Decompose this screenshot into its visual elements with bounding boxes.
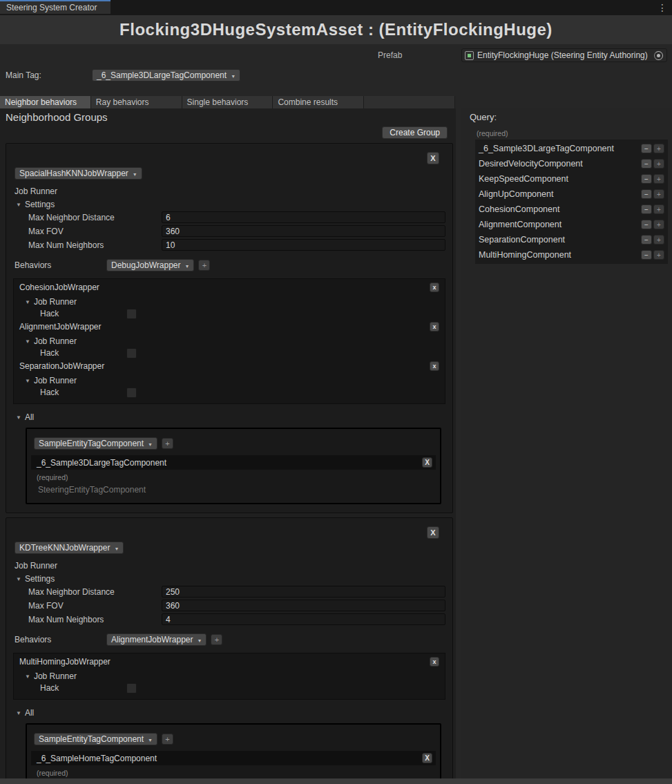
max-num-neighbors-label: Max Num Neighbors xyxy=(28,615,162,624)
add-behavior-button[interactable]: + xyxy=(198,260,210,271)
remove-component-button[interactable]: − xyxy=(641,204,652,214)
window-tab-bar: Steering System Creator ⋮ xyxy=(0,0,672,15)
add-component-button[interactable]: + xyxy=(653,174,664,184)
add-component-button[interactable]: + xyxy=(653,159,664,169)
panel-heading: Neighborhood Groups xyxy=(0,108,456,124)
hack-checkbox[interactable] xyxy=(126,348,137,358)
query-component-name: MultiHomingComponent xyxy=(479,250,571,260)
max-neighbor-distance-input[interactable]: 6 xyxy=(162,211,445,223)
remove-behavior-button[interactable]: x xyxy=(430,657,439,667)
main-tag-dropdown[interactable]: _6_Sample3DLargeTagComponent ▼ xyxy=(92,69,240,82)
query-component-row: KeepSpeedComponent − + xyxy=(475,171,668,187)
object-picker-icon[interactable] xyxy=(654,51,663,60)
remove-behavior-button[interactable]: x xyxy=(430,283,439,292)
tab-neighbor-behaviors[interactable]: Neighbor behaviors xyxy=(0,96,90,108)
max-fov-input[interactable]: 360 xyxy=(162,225,445,237)
query-component-row: CohesionComponent − + xyxy=(475,202,668,217)
max-neighbor-distance-input[interactable]: 250 xyxy=(162,586,445,597)
max-num-neighbors-input[interactable]: 10 xyxy=(162,239,445,251)
add-behavior-button[interactable]: + xyxy=(211,634,222,645)
all-foldout[interactable]: ▼ All xyxy=(16,412,447,422)
kebab-menu-icon[interactable]: ⋮ xyxy=(657,1,667,14)
job-runner-foldout[interactable]: ▼ Job Runner xyxy=(25,336,439,346)
remove-component-button[interactable]: − xyxy=(641,189,652,199)
prefab-row: Prefab EntityFlockingHuge (Steering Enti… xyxy=(0,48,672,62)
prefab-label: Prefab xyxy=(378,50,402,60)
remove-group-button[interactable]: X xyxy=(427,526,439,539)
query-required-label: (required) xyxy=(461,122,672,140)
remove-component-button[interactable]: − xyxy=(641,174,652,184)
max-fov-input[interactable]: 360 xyxy=(162,600,445,611)
max-neighbor-distance-label: Max Neighbor Distance xyxy=(28,587,162,597)
job-runner-label: Job Runner xyxy=(15,187,447,196)
all-foldout[interactable]: ▼ All xyxy=(16,708,447,718)
remove-component-button[interactable]: − xyxy=(641,235,652,245)
window-bottom-edge xyxy=(0,778,672,784)
remove-behavior-button[interactable]: x xyxy=(430,322,439,332)
hack-checkbox[interactable] xyxy=(126,683,137,694)
knn-wrapper-dropdown-value: KDTreeKNNJobWrapper xyxy=(19,543,110,553)
query-component-name: CohesionComponent xyxy=(479,204,559,214)
remove-behavior-button[interactable]: x xyxy=(430,361,439,371)
add-component-button[interactable]: + xyxy=(653,189,664,199)
add-component-button[interactable]: + xyxy=(653,144,664,153)
create-group-button[interactable]: Create Group xyxy=(382,126,448,139)
knn-wrapper-dropdown[interactable]: KDTreeKNNJobWrapper ▼ xyxy=(15,542,124,554)
hack-checkbox[interactable] xyxy=(126,309,137,319)
settings-foldout[interactable]: ▼ Settings xyxy=(16,574,447,584)
add-component-button[interactable]: + xyxy=(653,204,664,214)
behavior-name: AlignmentJobWrapper xyxy=(19,322,102,332)
job-runner-foldout-label: Job Runner xyxy=(34,297,77,307)
max-num-neighbors-input[interactable]: 4 xyxy=(162,613,445,625)
main-tag-row: Main Tag: _6_Sample3DLargeTagComponent ▼ xyxy=(0,69,672,82)
query-component-name: AlignmentComponent xyxy=(479,220,561,229)
behavior-item: SeparationJobWrapper x xyxy=(19,360,439,372)
tab-combine-results[interactable]: Combine results xyxy=(273,96,363,108)
prefab-object-field[interactable]: EntityFlockingHuge (Steering Entity Auth… xyxy=(461,48,667,62)
main-tag-dropdown-value: _6_Sample3DLargeTagComponent xyxy=(97,70,227,80)
remove-group-button[interactable]: X xyxy=(427,152,439,164)
job-runner-foldout[interactable]: ▼ Job Runner xyxy=(25,297,439,307)
add-tag-button[interactable]: + xyxy=(162,734,173,745)
add-component-button[interactable]: + xyxy=(653,220,664,229)
job-runner-label: Job Runner xyxy=(15,561,447,571)
required-component: SteeringEntityTagComponent xyxy=(38,485,436,495)
behavior-type-dropdown-value: DebugJobWrapper xyxy=(111,260,181,270)
remove-tag-button[interactable]: X xyxy=(422,457,432,468)
remove-component-button[interactable]: − xyxy=(641,144,652,153)
hack-label: Hack xyxy=(40,388,126,397)
foldout-arrow-icon: ▼ xyxy=(25,338,30,345)
window-tab-steering-system-creator[interactable]: Steering System Creator xyxy=(0,0,111,14)
query-component-name: AlignUpComponent xyxy=(479,189,553,199)
remove-component-button[interactable]: − xyxy=(641,159,652,169)
tag-component-dropdown[interactable]: SampleEntityTagComponent ▼ xyxy=(34,733,157,745)
add-tag-button[interactable]: + xyxy=(162,438,173,449)
chevron-down-icon: ▼ xyxy=(231,74,236,79)
knn-wrapper-dropdown[interactable]: SpacialHashKNNJobWrapper ▼ xyxy=(15,167,142,180)
job-runner-foldout[interactable]: ▼ Job Runner xyxy=(25,671,439,681)
page-title: Flocking3DHugeSystemAsset : (EntityFlock… xyxy=(119,20,553,39)
behavior-type-dropdown[interactable]: AlignmentJobWrapper ▼ xyxy=(106,633,207,646)
query-component-name: DesiredVelocityComponent xyxy=(479,159,583,169)
behavior-type-dropdown-value: AlignmentJobWrapper xyxy=(111,635,193,644)
steering-system-creator-window: Steering System Creator ⋮ Flocking3DHuge… xyxy=(0,0,672,784)
tag-component-dropdown-value: SampleEntityTagComponent xyxy=(39,734,144,744)
add-component-button[interactable]: + xyxy=(653,235,664,245)
add-component-button[interactable]: + xyxy=(653,250,664,260)
chevron-down-icon: ▼ xyxy=(198,638,202,643)
hack-checkbox[interactable] xyxy=(126,388,137,398)
remove-tag-button[interactable]: X xyxy=(422,753,432,763)
tab-single-behaviors[interactable]: Single behaviors xyxy=(182,96,273,108)
tag-component-dropdown[interactable]: SampleEntityTagComponent ▼ xyxy=(34,437,157,450)
max-neighbor-distance-label: Max Neighbor Distance xyxy=(28,213,162,222)
main-tag-label: Main Tag: xyxy=(6,70,41,80)
tab-ray-behaviors[interactable]: Ray behaviors xyxy=(91,96,182,108)
behavior-type-dropdown[interactable]: DebugJobWrapper ▼ xyxy=(106,259,194,271)
remove-component-button[interactable]: − xyxy=(641,220,652,229)
behavior-tabs: Neighbor behaviors Ray behaviors Single … xyxy=(0,96,455,108)
remove-component-button[interactable]: − xyxy=(641,250,652,260)
query-component-name: SeparationComponent xyxy=(479,235,565,245)
tag-name: _6_Sample3DLargeTagComponent xyxy=(37,458,166,468)
job-runner-foldout[interactable]: ▼ Job Runner xyxy=(25,376,439,385)
settings-foldout[interactable]: ▼ Settings xyxy=(16,200,447,209)
